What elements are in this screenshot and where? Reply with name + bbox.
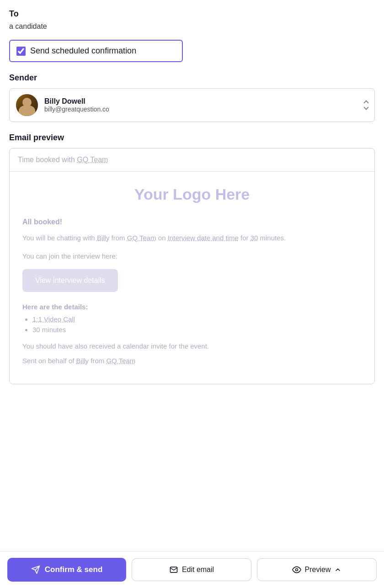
details-section: Here are the details: 1:1 Video Call 30 … — [22, 303, 362, 334]
p1-duration: 30 — [251, 234, 258, 242]
to-value: a candidate — [9, 22, 375, 31]
to-section: To a candidate — [9, 9, 375, 31]
detail-item-2: 30 minutes — [32, 326, 362, 334]
preview-chevron-up-icon — [334, 566, 341, 573]
email-subject-text: Time booked with GQ Team — [18, 156, 108, 164]
svg-point-3 — [295, 569, 298, 571]
email-preview-container: Time booked with GQ Team Your Logo Here … — [9, 148, 375, 384]
sender-info-left: Billy Dowell billy@greatquestion.co — [16, 94, 109, 116]
view-interview-details-button[interactable]: View interview details — [22, 269, 118, 292]
chevron-down-icon — [363, 105, 368, 110]
details-list: 1:1 Video Call 30 minutes — [22, 315, 362, 334]
p1-mid1: from — [109, 234, 127, 242]
p1-date: Interview date and time — [168, 234, 239, 242]
send-confirmation-label: Send scheduled confirmation — [30, 46, 136, 56]
edit-email-button[interactable]: Edit email — [132, 558, 251, 581]
chevron-updown-icon — [364, 101, 368, 109]
p1-team: GQ Team — [127, 234, 156, 242]
send-icon — [31, 565, 40, 574]
sender-details: Billy Dowell billy@greatquestion.co — [44, 97, 109, 113]
p1-plain: You will be chatting with — [22, 234, 97, 242]
avatar — [16, 94, 38, 116]
preview-button[interactable]: Preview — [257, 558, 377, 581]
preview-label: Preview — [305, 566, 331, 574]
to-label: To — [9, 9, 375, 19]
email-subject-bar: Time booked with GQ Team — [10, 148, 374, 172]
email-body: Your Logo Here All booked! You will be c… — [10, 172, 374, 384]
email-preview-section: Email preview Time booked with GQ Team Y… — [9, 133, 375, 384]
sender-dropdown[interactable]: Billy Dowell billy@greatquestion.co — [9, 88, 375, 122]
subject-plain: Time booked with — [18, 156, 77, 164]
edit-email-label: Edit email — [182, 566, 214, 574]
detail-1-text: 1:1 Video Call — [32, 315, 75, 323]
send-confirmation-checkbox[interactable] — [16, 47, 26, 56]
confirm-send-button[interactable]: Confirm & send — [7, 558, 126, 582]
footer-2-team: GQ Team — [106, 357, 135, 365]
avatar-image — [16, 94, 38, 116]
footer-2-name: Billy — [76, 357, 89, 365]
email-greeting: All booked! — [22, 218, 362, 226]
email-paragraph-1: You will be chatting with Billy from GQ … — [22, 233, 362, 244]
preview-eye-icon — [292, 565, 301, 574]
footer-2-plain: Sent on behalf of — [22, 357, 76, 365]
details-title: Here are the details: — [22, 303, 362, 311]
confirm-send-label: Confirm & send — [45, 565, 103, 574]
action-bar: Confirm & send Edit email Preview — [0, 551, 384, 588]
footer-2-mid: from — [89, 357, 106, 365]
email-footer-1: You should have also received a calendar… — [22, 341, 362, 352]
p1-mid2: on — [156, 234, 168, 242]
p1-end: for — [239, 234, 251, 242]
email-paragraph-2: You can join the interview here: — [22, 251, 362, 262]
sender-section: Sender Billy Dowell billy@greatquestion.… — [9, 73, 375, 122]
logo-text: Your Logo Here — [134, 185, 250, 203]
p1-name: Billy — [97, 234, 110, 242]
detail-item-1: 1:1 Video Call — [32, 315, 362, 323]
sender-name: Billy Dowell — [44, 97, 109, 106]
sender-email: billy@greatquestion.co — [44, 106, 109, 113]
email-content: All booked! You will be chatting with Bi… — [22, 218, 362, 366]
subject-team: GQ Team — [77, 156, 108, 164]
edit-email-icon — [169, 565, 178, 574]
email-footer-2: Sent on behalf of Billy from GQ Team — [22, 355, 362, 366]
send-confirmation-checkbox-row[interactable]: Send scheduled confirmation — [9, 40, 183, 62]
detail-2-text: 30 minutes — [32, 326, 66, 334]
logo-placeholder: Your Logo Here — [22, 185, 362, 203]
p1-final: minutes. — [258, 234, 286, 242]
sender-section-title: Sender — [9, 73, 375, 83]
email-preview-title: Email preview — [9, 133, 375, 143]
